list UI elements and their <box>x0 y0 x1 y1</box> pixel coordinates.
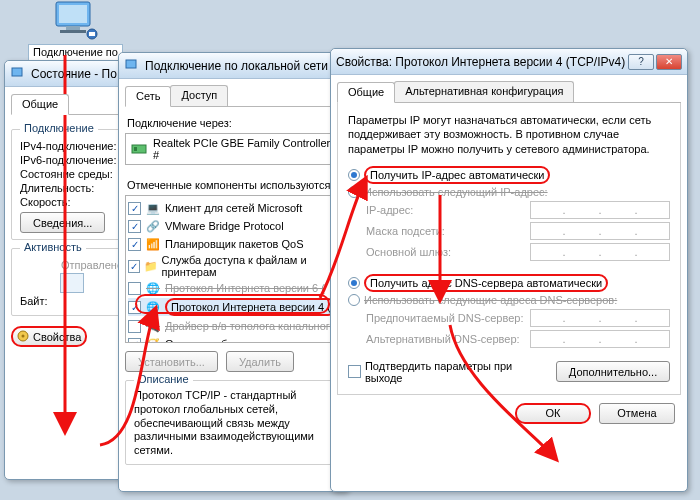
advanced-button[interactable]: Дополнительно... <box>556 361 670 382</box>
uninstall-button[interactable]: Удалить <box>226 351 294 372</box>
ok-button[interactable]: ОК <box>515 403 591 424</box>
activity-sent: Отправлено <box>20 259 123 271</box>
component-item: ✓💻Клиент для сетей Microsoft <box>128 200 338 216</box>
tab-alternative[interactable]: Альтернативная конфигурация <box>394 81 574 102</box>
svg-rect-9 <box>126 60 136 68</box>
close-button[interactable]: ✕ <box>656 54 682 70</box>
activity-monitor-icon <box>60 273 84 293</box>
ipv4-intro: Параметры IP могут назначаться автоматич… <box>348 113 670 156</box>
checkbox-icon[interactable]: ✓ <box>128 220 141 233</box>
svg-rect-3 <box>60 30 86 33</box>
checkbox-icon[interactable]: ✓ <box>128 238 141 251</box>
radio-auto-dns[interactable]: Получить адрес DNS-сервера автоматически <box>348 274 670 292</box>
row-ipv6: IPv6-подключение: <box>20 154 123 166</box>
component-item: 🔌Драйвер в/в тополога канального <box>128 318 338 334</box>
help-button[interactable]: ? <box>628 54 654 70</box>
status-tabs: Общие <box>11 93 132 115</box>
monitor-network-icon <box>52 0 100 42</box>
field-gateway: Основной шлюз:... <box>366 243 670 261</box>
svg-rect-2 <box>66 26 80 30</box>
radio-manual-ip[interactable]: Использовать следующий IP-адрес: <box>348 186 670 198</box>
tab-access[interactable]: Доступ <box>170 85 228 106</box>
service-icon: 🔌 <box>145 318 161 334</box>
ipv4-titlebar[interactable]: Свойства: Протокол Интернета версии 4 (T… <box>331 49 687 75</box>
tab-network[interactable]: Сеть <box>125 86 171 107</box>
adapter-name: Realtek PCIe GBE Family Controller # <box>153 137 335 161</box>
checkbox-icon[interactable] <box>128 320 141 333</box>
components-label: Отмеченные компоненты используются <box>127 179 339 191</box>
nic-icon <box>131 141 147 157</box>
checkbox-icon[interactable]: ✓ <box>128 301 141 314</box>
tab-general[interactable]: Общие <box>11 94 69 115</box>
field-dns-alt: Альтернативный DNS-сервер:... <box>366 330 670 348</box>
details-button[interactable]: Сведения... <box>20 212 105 233</box>
component-item-ipv4[interactable]: ✓🌐Протокол Интернета версии 4 ( <box>128 298 338 316</box>
service-icon: 💻 <box>145 200 161 216</box>
row-media: Состояние среды: <box>20 168 123 180</box>
network-icon <box>10 66 26 82</box>
description-text: Протокол TCP/IP - стандартный протокол г… <box>134 389 332 458</box>
connect-via-label: Подключение через: <box>127 117 339 129</box>
connection-properties-window: Подключение по локальной сети 2 Сеть Дос… <box>118 52 348 492</box>
connprops-tabs: Сеть Доступ <box>125 85 341 107</box>
row-ipv4: IPv4-подключение: <box>20 140 123 152</box>
field-mask: Маска подсети:... <box>366 222 670 240</box>
network-icon <box>124 58 140 74</box>
checkbox-icon[interactable]: ✓ <box>128 202 141 215</box>
components-list[interactable]: ✓💻Клиент для сетей Microsoft ✓🔗VMware Br… <box>125 195 341 343</box>
connprops-title: Подключение по локальной сети 2 <box>145 59 342 73</box>
service-icon: 🌐 <box>145 280 161 296</box>
component-item: ✓🔗VMware Bridge Protocol <box>128 218 338 234</box>
service-icon: 📁 <box>144 258 158 274</box>
service-icon: 📶 <box>145 236 161 252</box>
svg-rect-5 <box>89 32 95 36</box>
properties-button[interactable]: Свойства <box>11 326 87 347</box>
service-icon: 🧭 <box>145 336 161 343</box>
validate-on-exit[interactable]: Подтвердить параметры при выходе <box>348 360 552 384</box>
description-legend: Описание <box>134 373 193 385</box>
activity-legend: Активность <box>20 241 86 253</box>
checkbox-icon[interactable] <box>128 282 141 295</box>
service-icon: 🔗 <box>145 218 161 234</box>
gear-icon <box>17 330 29 344</box>
radio-auto-ip[interactable]: Получить IP-адрес автоматически <box>348 166 670 184</box>
component-item: ✓📁Служба доступа к файлам и принтерам <box>128 254 338 278</box>
radio-manual-dns[interactable]: Использовать следующие адреса DNS-сервер… <box>348 294 670 306</box>
component-item: ✓🧭Ответчик обнаружения топологии <box>128 336 338 343</box>
connection-legend: Подключение <box>20 122 98 134</box>
install-button[interactable]: Установить... <box>125 351 218 372</box>
field-dns-pref: Предпочитаемый DNS-сервер:... <box>366 309 670 327</box>
svg-rect-11 <box>134 147 137 151</box>
field-ip: IP-адрес:... <box>366 201 670 219</box>
ipv4-title: Свойства: Протокол Интернета версии 4 (T… <box>336 55 628 69</box>
row-speed: Скорость: <box>20 196 123 208</box>
checkbox-icon[interactable]: ✓ <box>128 338 141 344</box>
adapter-box[interactable]: Realtek PCIe GBE Family Controller # <box>125 133 341 165</box>
component-item: 🌐Протокол Интернета версии 6 ( <box>128 280 338 296</box>
service-icon: 🌐 <box>145 299 161 315</box>
connprops-titlebar[interactable]: Подключение по локальной сети 2 <box>119 53 347 79</box>
svg-point-8 <box>22 334 25 337</box>
ipv4-properties-window: Свойства: Протокол Интернета версии 4 (T… <box>330 48 688 492</box>
ipv4-tabs: Общие Альтернативная конфигурация <box>337 81 681 103</box>
svg-rect-1 <box>59 5 87 23</box>
checkbox-icon[interactable]: ✓ <box>128 260 140 273</box>
svg-rect-6 <box>12 68 22 76</box>
activity-bytes: Байт: <box>20 295 123 307</box>
cancel-button[interactable]: Отмена <box>599 403 675 424</box>
tab-general[interactable]: Общие <box>337 82 395 103</box>
row-duration: Длительность: <box>20 182 123 194</box>
component-item: ✓📶Планировщик пакетов QoS <box>128 236 338 252</box>
